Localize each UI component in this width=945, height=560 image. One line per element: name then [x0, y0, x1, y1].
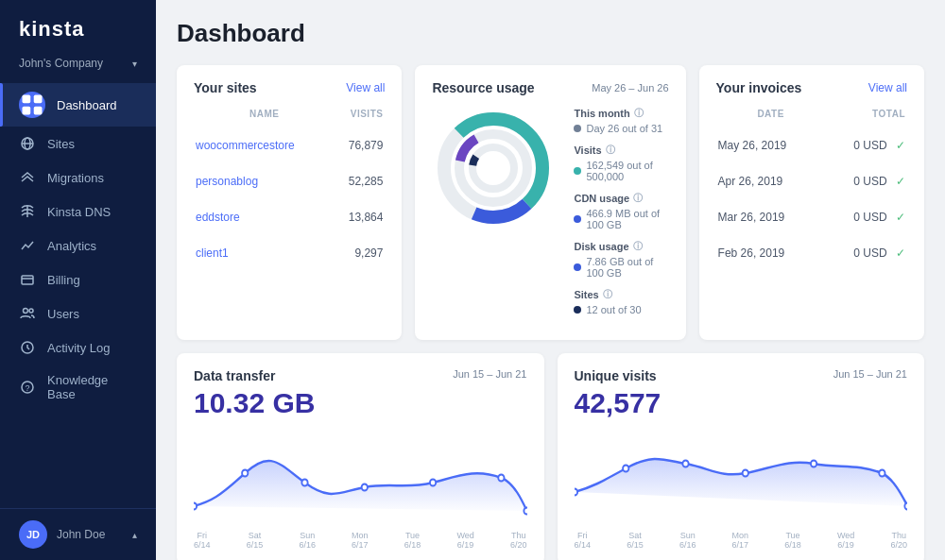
svg-point-27 — [498, 475, 504, 482]
sidebar-item-users[interactable]: Users — [0, 297, 156, 331]
visits-dot — [574, 167, 581, 175]
svg-point-30 — [623, 466, 628, 472]
sidebar-item-knowledge-base[interactable]: ? Knowledge Base — [0, 365, 156, 410]
unique-visits-header: Unique visits Jun 15 – Jun 21 — [575, 368, 908, 383]
svg-point-34 — [879, 470, 885, 477]
visits-value: 162,549 out of 500,000 — [574, 160, 668, 182]
svg-point-25 — [362, 484, 368, 491]
chart-label: Mon6/17 — [732, 531, 749, 550]
resource-usage-card: Resource usage May 26 – Jun 26 — [415, 65, 685, 340]
site-visits: 76,879 — [335, 128, 383, 162]
info-icon-cdn: ⓘ — [633, 192, 643, 205]
info-icon-sites: ⓘ — [603, 288, 612, 301]
company-name: John's Company — [19, 57, 103, 70]
site-link[interactable]: client1 — [196, 246, 229, 260]
invoice-date: May 26, 2019 — [718, 128, 824, 162]
svg-rect-8 — [22, 276, 33, 284]
your-sites-view-all[interactable]: View all — [346, 81, 385, 94]
unique-visits-card: Unique visits Jun 15 – Jun 21 42,577 — [558, 353, 925, 560]
invoice-date: Apr 26, 2019 — [718, 164, 824, 198]
site-link[interactable]: woocommercestore — [196, 139, 295, 152]
resource-content: This month ⓘ Day 26 out of 31 Visits ⓘ — [432, 107, 668, 325]
sidebar-item-label: Analytics — [47, 239, 96, 253]
sidebar-item-dashboard[interactable]: Dashboard — [0, 83, 156, 127]
svg-rect-0 — [23, 95, 31, 104]
page-title: Dashboard — [177, 19, 924, 48]
sites-table: NAME VISITS woocommercestore 76,879 pers… — [194, 107, 385, 272]
table-row: Apr 26, 2019 0 USD ✓ — [718, 164, 905, 198]
data-transfer-card: Data transfer Jun 15 – Jun 21 10.32 GB — [177, 353, 544, 560]
sidebar-item-label: Migrations — [47, 171, 104, 185]
sidebar-item-label: Sites — [47, 137, 75, 151]
invoices-header: Your invoices View all — [716, 80, 907, 95]
data-transfer-metric: 10.32 GB — [194, 387, 527, 419]
cdn-value: 466.9 MB out of 100 GB — [574, 208, 668, 230]
chart-label: Wed6/19 — [837, 531, 854, 550]
data-transfer-labels: Fri6/14Sat6/15Sun6/16Mon6/17Tue6/18Wed6/… — [194, 531, 527, 550]
chart-label: Tue6/18 — [784, 531, 801, 550]
check-icon: ✓ — [896, 246, 905, 260]
resource-row-sites: Sites ⓘ 12 out of 30 — [574, 288, 668, 315]
chart-label: Mon6/17 — [352, 531, 369, 550]
user-profile[interactable]: JD John Doe ▴ — [0, 508, 156, 560]
svg-point-10 — [24, 309, 28, 314]
invoice-amount: 0 USD ✓ — [826, 128, 905, 162]
resource-row-month: This month ⓘ Day 26 out of 31 — [574, 107, 668, 134]
invoices-view-all[interactable]: View all — [868, 81, 907, 94]
svg-point-35 — [904, 503, 907, 510]
table-row: Feb 26, 2019 0 USD ✓ — [718, 236, 905, 270]
sidebar-item-sites[interactable]: Sites — [0, 127, 156, 161]
site-link[interactable]: personablog — [196, 175, 258, 188]
table-row: personablog 52,285 — [196, 164, 383, 198]
resource-usage-header: Resource usage May 26 – Jun 26 — [432, 80, 668, 95]
svg-point-20 — [472, 147, 514, 189]
chart-label: Thu6/20 — [890, 531, 907, 550]
resource-usage-title: Resource usage — [432, 80, 534, 95]
invoice-date: Mar 26, 2019 — [718, 200, 824, 234]
svg-rect-2 — [23, 107, 31, 115]
sidebar-item-migrations[interactable]: Migrations — [0, 161, 156, 195]
company-selector[interactable]: John's Company ▾ — [0, 51, 156, 83]
resource-row-cdn: CDN usage ⓘ 466.9 MB out of 100 GB — [574, 192, 668, 230]
chart-label: Tue6/18 — [404, 531, 421, 550]
sidebar-item-activity-log[interactable]: Activity Log — [0, 331, 156, 365]
resource-row-visits: Visits ⓘ 162,549 out of 500,000 — [574, 144, 668, 182]
table-row: Mar 26, 2019 0 USD ✓ — [718, 200, 905, 234]
check-icon: ✓ — [896, 175, 905, 188]
check-icon: ✓ — [896, 211, 905, 224]
dashboard-icon — [19, 92, 45, 118]
your-sites-header: Your sites View all — [194, 80, 385, 95]
site-link[interactable]: eddstore — [196, 211, 240, 224]
donut-chart — [432, 107, 555, 229]
unique-visits-date-range: Jun 15 – Jun 21 — [833, 368, 907, 380]
svg-point-26 — [430, 480, 436, 486]
month-dot — [574, 125, 581, 132]
cdn-label: CDN usage — [574, 193, 629, 204]
table-row: eddstore 13,864 — [196, 200, 383, 234]
sidebar-item-kinsta-dns[interactable]: Kinsta DNS — [0, 195, 156, 229]
col-name: NAME — [196, 109, 333, 127]
chevron-up-icon: ▴ — [132, 530, 137, 540]
invoices-table: DATE TOTAL May 26, 2019 0 USD ✓ Apr 26, … — [716, 107, 907, 272]
activity-log-icon — [19, 339, 36, 356]
svg-point-32 — [742, 470, 747, 477]
avatar: JD — [19, 520, 47, 549]
info-icon-visits: ⓘ — [606, 144, 615, 157]
invoice-amount: 0 USD ✓ — [826, 164, 905, 198]
sidebar-item-label: Users — [47, 307, 79, 321]
site-visits: 9,297 — [335, 236, 383, 270]
username: John Doe — [57, 528, 105, 541]
table-row: woocommercestore 76,879 — [196, 128, 383, 162]
sidebar-item-label: Activity Log — [47, 341, 110, 355]
sidebar-item-label: Dashboard — [57, 98, 117, 112]
knowledge-base-icon: ? — [19, 379, 36, 396]
invoice-amount: 0 USD ✓ — [826, 200, 905, 234]
svg-rect-3 — [34, 107, 43, 115]
svg-text:?: ? — [26, 383, 30, 393]
col-date: DATE — [718, 109, 824, 127]
info-icon-disk: ⓘ — [633, 240, 643, 253]
unique-visits-metric: 42,577 — [575, 387, 908, 419]
chart-label: Sat6/15 — [627, 531, 644, 550]
sidebar-item-analytics[interactable]: Analytics — [0, 229, 156, 263]
sidebar-item-billing[interactable]: Billing — [0, 263, 156, 297]
